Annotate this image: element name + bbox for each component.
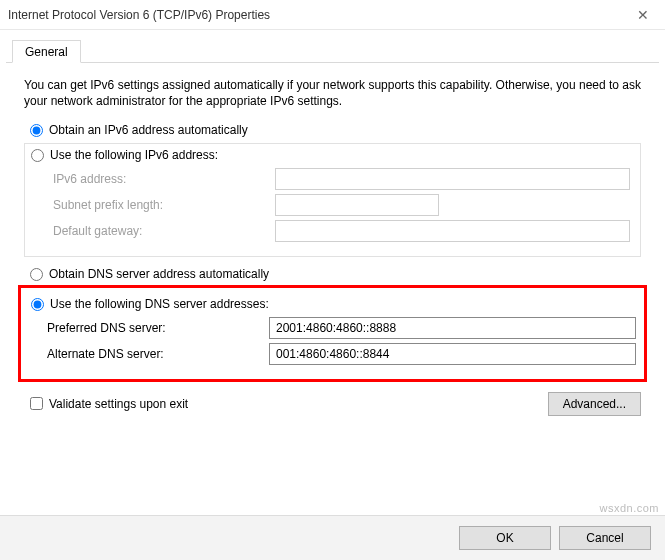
radio-ip-auto-row[interactable]: Obtain an IPv6 address automatically (30, 123, 641, 137)
radio-ip-manual-label: Use the following IPv6 address: (50, 148, 218, 162)
input-prefix (275, 194, 439, 216)
tab-strip: General (6, 40, 659, 63)
close-icon[interactable]: ✕ (629, 3, 657, 27)
label-preferred-dns: Preferred DNS server: (29, 321, 269, 335)
advanced-button[interactable]: Advanced... (548, 392, 641, 416)
radio-ip-auto[interactable] (30, 124, 43, 137)
watermark-text: wsxdn.com (599, 502, 659, 514)
highlight-dns-manual: Use the following DNS server addresses: … (18, 285, 647, 382)
tab-pane-general: You can get IPv6 settings assigned autom… (0, 63, 665, 424)
description-text: You can get IPv6 settings assigned autom… (24, 77, 641, 109)
field-alternate-dns: Alternate DNS server: (29, 343, 636, 365)
radio-dns-auto-label: Obtain DNS server address automatically (49, 267, 269, 281)
label-prefix: Subnet prefix length: (35, 198, 275, 212)
checkbox-validate-row[interactable]: Validate settings upon exit (30, 397, 188, 411)
radio-ip-auto-label: Obtain an IPv6 address automatically (49, 123, 248, 137)
input-ip-address (275, 168, 630, 190)
tab-general[interactable]: General (12, 40, 81, 63)
radio-dns-manual[interactable] (31, 298, 44, 311)
field-prefix: Subnet prefix length: (35, 194, 630, 216)
field-ip-address: IPv6 address: (35, 168, 630, 190)
input-alternate-dns[interactable] (269, 343, 636, 365)
field-preferred-dns: Preferred DNS server: (29, 317, 636, 339)
checkbox-validate-label: Validate settings upon exit (49, 397, 188, 411)
ok-button[interactable]: OK (459, 526, 551, 550)
radio-dns-auto[interactable] (30, 268, 43, 281)
titlebar: Internet Protocol Version 6 (TCP/IPv6) P… (0, 0, 665, 30)
radio-ip-manual-row[interactable]: Use the following IPv6 address: (31, 148, 630, 162)
radio-dns-manual-label: Use the following DNS server addresses: (50, 297, 269, 311)
input-gateway (275, 220, 630, 242)
label-alternate-dns: Alternate DNS server: (29, 347, 269, 361)
bottom-row: Validate settings upon exit Advanced... (24, 392, 641, 416)
cancel-button[interactable]: Cancel (559, 526, 651, 550)
dialog-button-bar: OK Cancel (0, 515, 665, 560)
radio-dns-auto-row[interactable]: Obtain DNS server address automatically (30, 267, 641, 281)
radio-dns-manual-row[interactable]: Use the following DNS server addresses: (31, 297, 636, 311)
label-gateway: Default gateway: (35, 224, 275, 238)
field-gateway: Default gateway: (35, 220, 630, 242)
group-ip-manual: Use the following IPv6 address: IPv6 add… (24, 143, 641, 257)
input-preferred-dns[interactable] (269, 317, 636, 339)
label-ip-address: IPv6 address: (35, 172, 275, 186)
radio-ip-manual[interactable] (31, 149, 44, 162)
checkbox-validate[interactable] (30, 397, 43, 410)
window-title: Internet Protocol Version 6 (TCP/IPv6) P… (8, 8, 629, 22)
